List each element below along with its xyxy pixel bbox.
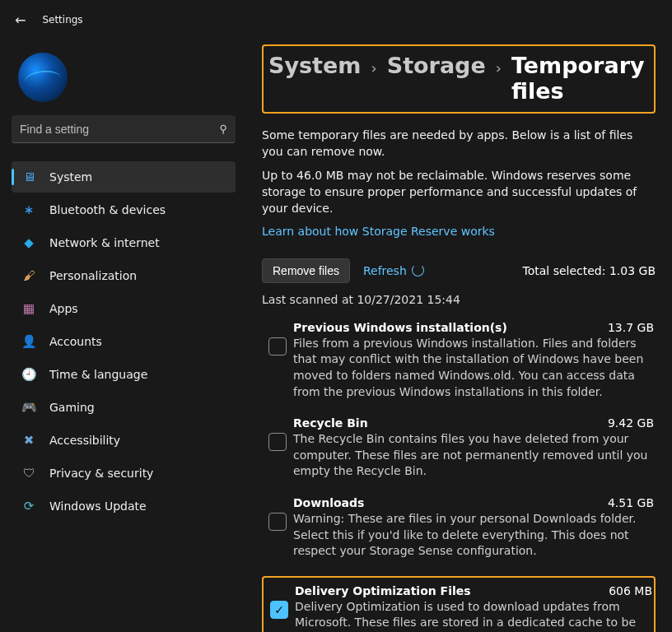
item-previous-windows-checkbox[interactable]	[268, 337, 287, 356]
breadcrumb-system[interactable]: System	[268, 53, 361, 78]
item-body: Delivery Optimization Files606 MBDeliver…	[295, 584, 652, 632]
item-delivery-optimization-checkbox[interactable]: ✓	[270, 601, 288, 619]
nav-bluetooth[interactable]: ∗Bluetooth & devices	[12, 194, 236, 225]
nav-label: Accounts	[49, 335, 102, 348]
nav-accounts[interactable]: 👤Accounts	[12, 326, 236, 357]
item-header: Delivery Optimization Files606 MB	[295, 584, 652, 597]
nav-update-icon: ⟳	[21, 499, 36, 514]
nav-label: Accessibility	[49, 434, 120, 447]
nav-label: System	[49, 170, 92, 184]
nav-gaming-icon: 🎮	[21, 400, 36, 415]
storage-reserve-link[interactable]: Learn about how Storage Reserve works	[262, 223, 656, 239]
nav-privacy-icon: 🛡	[21, 466, 36, 481]
nav-privacy[interactable]: 🛡Privacy & security	[12, 458, 236, 489]
remove-files-button[interactable]: Remove files	[262, 258, 350, 283]
nav-label: Windows Update	[49, 500, 147, 513]
back-arrow-icon[interactable]: ←	[15, 12, 26, 28]
item-description: The Recycle Bin contains files you have …	[293, 431, 654, 480]
nav-accessibility-icon: ✖	[21, 433, 36, 448]
titlebar: ← Settings	[0, 0, 672, 40]
titlebar-title: Settings	[42, 14, 82, 26]
refresh-button[interactable]: Refresh	[363, 264, 424, 277]
item-size: 4.51 GB	[600, 496, 654, 509]
nav-label: Personalization	[49, 269, 137, 282]
item-body: Recycle Bin9.42 GBThe Recycle Bin contai…	[293, 416, 654, 480]
item-downloads: Downloads4.51 GBWarning: These are files…	[262, 490, 656, 569]
item-title: Recycle Bin	[293, 416, 368, 430]
item-downloads-wrap: Downloads4.51 GBWarning: These are files…	[262, 490, 656, 569]
sidebar: ⚲ 🖥System∗Bluetooth & devices◆Network & …	[0, 40, 247, 632]
nav-personalization[interactable]: 🖌Personalization	[12, 260, 236, 291]
nav-system-icon: 🖥	[21, 170, 36, 184]
item-downloads-checkbox[interactable]	[268, 513, 287, 531]
nav-time[interactable]: 🕘Time & language	[12, 359, 236, 390]
item-body: Previous Windows installation(s)13.7 GBF…	[293, 321, 654, 400]
nav-label: Network & internet	[49, 236, 160, 249]
nav-list: 🖥System∗Bluetooth & devices◆Network & in…	[12, 160, 236, 523]
nav-apps-icon: ▦	[21, 301, 36, 316]
nav-time-icon: 🕘	[21, 367, 36, 382]
nav-personalization-icon: 🖌	[21, 268, 36, 283]
intro-text-2: Up to 46.0 MB may not be reclaimable. Wi…	[262, 167, 656, 217]
item-previous-windows-wrap: Previous Windows installation(s)13.7 GBF…	[262, 314, 656, 410]
item-previous-windows: Previous Windows installation(s)13.7 GBF…	[262, 314, 656, 410]
breadcrumb: System › Storage › Temporary files	[262, 44, 656, 114]
item-size: 9.42 GB	[600, 416, 654, 430]
item-header: Previous Windows installation(s)13.7 GB	[293, 321, 654, 334]
user-avatar[interactable]	[18, 53, 68, 102]
search-box[interactable]: ⚲	[12, 115, 236, 143]
refresh-label: Refresh	[363, 264, 407, 277]
nav-accessibility[interactable]: ✖Accessibility	[12, 425, 236, 456]
search-icon: ⚲	[219, 123, 227, 135]
intro-text-1: Some temporary files are needed by apps.…	[262, 127, 656, 160]
item-recycle-bin-checkbox[interactable]	[268, 433, 287, 451]
nav-label: Apps	[49, 302, 78, 315]
actions-row: Remove files Refresh Total selected: 1.0…	[262, 258, 656, 283]
temp-files-list: Previous Windows installation(s)13.7 GBF…	[262, 314, 656, 632]
nav-gaming[interactable]: 🎮Gaming	[12, 392, 236, 423]
nav-label: Gaming	[49, 401, 95, 414]
chevron-right-icon: ›	[496, 59, 502, 77]
item-recycle-bin-wrap: Recycle Bin9.42 GBThe Recycle Bin contai…	[262, 410, 656, 490]
nav-label: Bluetooth & devices	[49, 203, 166, 216]
item-delivery-optimization: ✓Delivery Optimization Files606 MBDelive…	[264, 578, 654, 632]
nav-apps[interactable]: ▦Apps	[12, 293, 236, 324]
total-selected: Total selected: 1.03 GB	[523, 264, 656, 277]
nav-label: Time & language	[49, 368, 147, 381]
chevron-right-icon: ›	[371, 59, 376, 77]
item-title: Previous Windows installation(s)	[293, 321, 507, 334]
main-content: System › Storage › Temporary files Some …	[247, 40, 672, 632]
last-scanned: Last scanned at 10/27/2021 15:44	[262, 293, 656, 306]
item-size: 606 MB	[600, 584, 652, 597]
item-recycle-bin: Recycle Bin9.42 GBThe Recycle Bin contai…	[262, 410, 656, 490]
item-description: Files from a previous Windows installati…	[293, 336, 654, 400]
nav-network[interactable]: ◆Network & internet	[12, 227, 236, 258]
item-delivery-optimization-wrap: ✓Delivery Optimization Files606 MBDelive…	[262, 576, 656, 632]
nav-update[interactable]: ⟳Windows Update	[12, 490, 236, 522]
breadcrumb-storage[interactable]: Storage	[387, 53, 486, 78]
item-header: Downloads4.51 GB	[293, 496, 654, 509]
nav-network-icon: ◆	[21, 235, 36, 250]
item-size: 13.7 GB	[600, 321, 654, 334]
refresh-icon	[412, 264, 424, 276]
search-input[interactable]	[20, 123, 219, 136]
item-title: Delivery Optimization Files	[295, 584, 471, 597]
nav-label: Privacy & security	[49, 467, 153, 480]
item-description: Warning: These are files in your persona…	[293, 511, 654, 560]
breadcrumb-current: Temporary files	[511, 53, 646, 104]
nav-accounts-icon: 👤	[21, 334, 36, 349]
nav-bluetooth-icon: ∗	[21, 202, 36, 217]
item-description: Delivery Optimization is used to downloa…	[295, 599, 652, 632]
item-header: Recycle Bin9.42 GB	[293, 416, 654, 430]
nav-system[interactable]: 🖥System	[12, 161, 236, 193]
item-body: Downloads4.51 GBWarning: These are files…	[293, 496, 654, 560]
item-title: Downloads	[293, 496, 364, 509]
